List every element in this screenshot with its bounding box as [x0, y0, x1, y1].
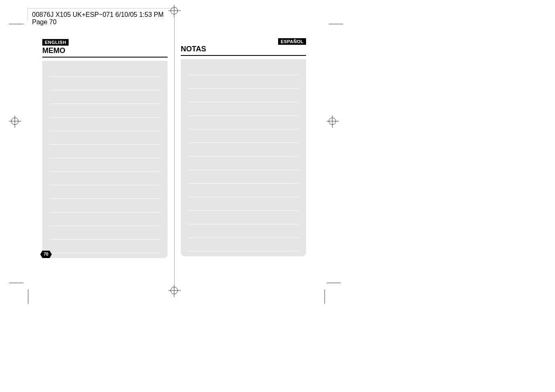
memo-line	[50, 198, 160, 199]
crop-mark	[9, 24, 23, 24]
memo-line	[188, 143, 299, 143]
crop-mark	[329, 24, 343, 24]
registration-mark-right	[329, 118, 336, 125]
registration-mark-top	[170, 7, 178, 14]
memo-line	[50, 117, 160, 118]
memo-line	[188, 88, 299, 89]
memo-line	[50, 131, 160, 131]
memo-box-left	[42, 61, 168, 258]
memo-line	[188, 170, 299, 170]
memo-line	[188, 224, 299, 224]
memo-line	[188, 102, 299, 102]
crop-mark	[28, 289, 28, 304]
memo-box-right	[181, 59, 306, 256]
crop-mark	[9, 283, 23, 283]
left-page: ENGLISH MEMO 70	[28, 24, 174, 266]
section-title-memo: MEMO	[42, 46, 168, 55]
print-header-box: 00876J X105 UK+ESP~071 6/10/05 1:53 PM P…	[28, 8, 175, 21]
title-rule	[42, 57, 168, 58]
memo-line	[188, 210, 299, 211]
memo-line	[50, 239, 160, 240]
memo-line	[50, 171, 160, 172]
crop-mark	[325, 289, 325, 304]
memo-line	[50, 185, 160, 185]
language-tag-espanol: ESPAÑOL	[278, 38, 306, 45]
memo-line	[188, 129, 299, 129]
right-page: ESPAÑOL NOTAS	[175, 24, 320, 265]
memo-line	[50, 226, 160, 226]
title-rule	[181, 55, 306, 56]
registration-mark-left	[11, 118, 18, 125]
memo-line	[188, 156, 299, 157]
memo-line	[50, 212, 160, 212]
registration-mark-bottom	[170, 287, 178, 294]
memo-line	[188, 251, 299, 251]
memo-line	[188, 183, 299, 184]
memo-line	[188, 238, 299, 238]
language-tag-english: ENGLISH	[42, 39, 69, 46]
memo-line	[50, 253, 160, 253]
memo-line	[50, 90, 160, 90]
memo-line	[188, 197, 299, 197]
memo-line	[50, 158, 160, 158]
crop-mark	[327, 283, 341, 283]
section-title-notas: NOTAS	[181, 45, 306, 53]
memo-line	[50, 104, 160, 104]
memo-line	[50, 144, 160, 145]
page-spread: ENGLISH MEMO 70 ESPAÑOL NOTAS	[28, 24, 324, 283]
print-slug: 00876J X105 UK+ESP~071 6/10/05 1:53 PM P…	[32, 11, 164, 25]
memo-line	[188, 75, 299, 75]
page-number: 70	[40, 251, 52, 258]
memo-line	[188, 115, 299, 116]
memo-line	[50, 76, 160, 77]
